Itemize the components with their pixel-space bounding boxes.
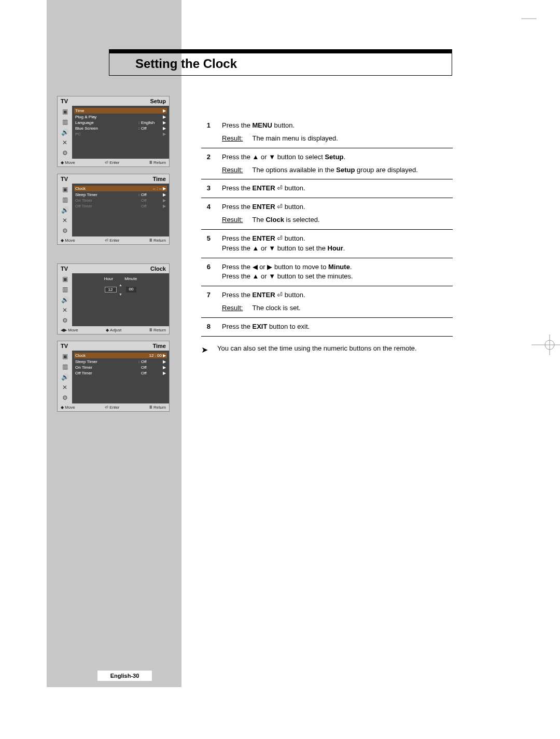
step-body: Press the ◀ or ▶ button to move to Minut…: [222, 262, 453, 282]
osd-title: Clock: [150, 266, 166, 272]
step: 6Press the ◀ or ▶ button to move to Minu…: [201, 258, 453, 287]
osd-title: Time: [153, 343, 166, 349]
minute-label: Minute: [124, 276, 137, 281]
step-number: 7: [201, 290, 211, 313]
osd-hints: ◆ Move⏎ EnterⅢ Return: [58, 159, 169, 166]
result-label: Result:: [222, 134, 243, 142]
step: 3Press the ENTER ⏎ button.: [201, 179, 453, 198]
hour-value: 12: [105, 287, 117, 292]
pointer-icon: ➤: [201, 344, 208, 356]
page-number: English-30: [97, 671, 152, 681]
step: 5Press the ENTER ⏎ button.Press the ▲ or…: [201, 230, 453, 258]
minute-value: 00: [126, 287, 137, 292]
step: 1Press the MENU button.Result:The main m…: [201, 117, 453, 148]
step: 7Press the ENTER ⏎ button.Result:The clo…: [201, 286, 453, 318]
tip-note: ➤You can also set the time using the num…: [201, 344, 453, 356]
step-body: Press the ENTER ⏎ button.Result:The Cloc…: [222, 202, 453, 225]
menu-item-selected: Time: [75, 108, 162, 114]
osd-title: Setup: [150, 98, 166, 104]
step-number: 1: [201, 121, 211, 144]
step-body: Press the EXIT button to exit.: [222, 322, 453, 332]
section-title-bar: Setting the Clock: [109, 49, 452, 76]
result-label: Result:: [222, 166, 243, 174]
step-number: 2: [201, 152, 211, 175]
hour-label: Hour: [104, 276, 113, 281]
step-number: 6: [201, 262, 211, 282]
result-label: Result:: [222, 304, 243, 312]
step-number: 8: [201, 322, 211, 332]
step-body: Press the ENTER ⏎ button.Result:The cloc…: [222, 290, 453, 313]
osd-icon-strip: ▣▥🔊✕⚙: [58, 106, 72, 159]
osd-tv-label: TV: [61, 98, 68, 104]
step-body: Press the MENU button.Result:The main me…: [222, 121, 453, 144]
osd-time-1: TVTime ▣▥🔊✕⚙ Clock-- : --▶ Sleep Timer:O…: [57, 174, 170, 245]
step-number: 5: [201, 234, 211, 254]
section-title: Setting the Clock: [109, 53, 452, 75]
step: 8Press the EXIT button to exit.: [201, 318, 453, 337]
tip-text: You can also set the time using the nume…: [217, 344, 417, 356]
osd-panel: Time▶ Plug & Play▶ Language:English▶ Blu…: [72, 106, 169, 159]
manual-page: Setting the Clock TVSetup ▣▥🔊✕⚙ Time▶ Pl…: [0, 0, 560, 739]
step-body: Press the ▲ or ▼ button to select Setup.…: [222, 152, 453, 175]
step: 4Press the ENTER ⏎ button.Result:The Clo…: [201, 198, 453, 230]
instruction-steps: 1Press the MENU button.Result:The main m…: [201, 117, 453, 356]
crop-mark-icon: [521, 16, 537, 23]
osd-setup: TVSetup ▣▥🔊✕⚙ Time▶ Plug & Play▶ Languag…: [57, 96, 170, 167]
step-number: 4: [201, 202, 211, 225]
osd-clock: TVClock ▣▥🔊✕⚙ Hour Minute ▲ 12 00 ▼ ◀▶ M…: [57, 263, 170, 334]
step-number: 3: [201, 184, 211, 193]
step: 2Press the ▲ or ▼ button to select Setup…: [201, 148, 453, 180]
step-body: Press the ENTER ⏎ button.Press the ▲ or …: [222, 234, 453, 254]
step-body: Press the ENTER ⏎ button.: [222, 184, 453, 193]
osd-time-2: TVTime ▣▥🔊✕⚙ Clock12 : 00▶ Sleep Timer:O…: [57, 341, 170, 412]
result-label: Result:: [222, 216, 243, 224]
osd-title: Time: [153, 176, 166, 182]
